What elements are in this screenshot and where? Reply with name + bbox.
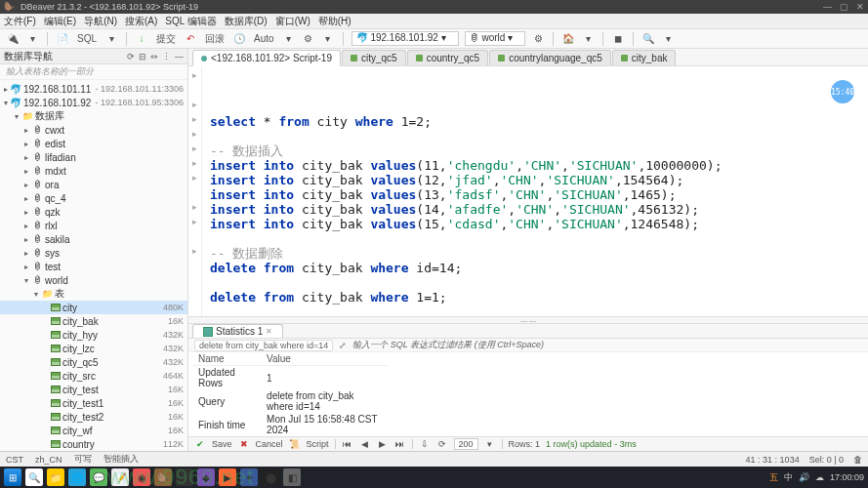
editor-tab[interactable]: countrylanguage_qc5 xyxy=(489,50,611,65)
task-explorer-icon[interactable]: 📁 xyxy=(47,468,64,486)
editor-tab[interactable]: <192.168.101.92> Script-19 xyxy=(192,50,341,66)
db-sakila[interactable]: ▸sakila xyxy=(0,232,187,246)
db-group[interactable]: ▾数据库 xyxy=(0,109,187,123)
aux-icon[interactable]: ⚙ xyxy=(302,32,315,46)
results-tab-statistics[interactable]: Statistics 1 ✕ xyxy=(192,324,283,338)
dropdown-icon[interactable]: ▾ xyxy=(25,32,39,46)
nav-link-icon[interactable]: ⇔ xyxy=(150,52,158,61)
window-minimize[interactable]: — xyxy=(823,2,832,12)
menu-database[interactable]: 数据库(D) xyxy=(225,15,268,28)
commit-icon[interactable]: ↓ xyxy=(135,32,148,46)
table-country[interactable]: country112K xyxy=(0,437,187,451)
menu-search[interactable]: 搜索(A) xyxy=(125,15,157,28)
table-city_test1[interactable]: city_test116K xyxy=(0,396,187,410)
commit-label[interactable]: 提交 xyxy=(156,32,176,46)
first-icon[interactable]: ⏮ xyxy=(342,438,353,450)
connection-combo[interactable]: 🐬 192.168.101.92 ▾ xyxy=(351,31,459,46)
table-city_src[interactable]: city_src464K xyxy=(0,369,187,383)
editor-tab[interactable]: country_qc5 xyxy=(407,50,488,65)
menu-window[interactable]: 窗口(W) xyxy=(275,15,310,28)
sql-dropdown-icon[interactable]: ▾ xyxy=(104,32,118,46)
nav-min-icon[interactable]: — xyxy=(175,52,184,61)
task-search-icon[interactable]: 🔍 xyxy=(25,468,43,486)
task-browser-icon[interactable]: 🌐 xyxy=(68,468,86,486)
tray-net[interactable]: 中 xyxy=(784,471,793,484)
home-icon[interactable]: 🏠 xyxy=(561,32,575,46)
db-edist[interactable]: ▸edist xyxy=(0,137,187,150)
aux-dropdown-icon[interactable]: ▾ xyxy=(321,32,335,46)
export-icon[interactable]: ⇩ xyxy=(419,438,431,450)
refresh-result-icon[interactable]: ⟳ xyxy=(436,438,448,450)
menu-file[interactable]: 文件(F) xyxy=(4,15,36,28)
sql-editor[interactable]: 15:40 select * from city where 1=2; -- 数… xyxy=(202,66,868,316)
auto-dropdown-icon[interactable]: ▾ xyxy=(282,32,296,46)
nav-menu-icon[interactable]: ⋮ xyxy=(162,52,171,61)
conn-2[interactable]: ▾🐬192.168.101.92- 192.168.101.95:3306 xyxy=(0,96,187,109)
tables-folder[interactable]: ▾表 xyxy=(0,287,187,301)
tray-volume-icon[interactable]: 🔊 xyxy=(799,472,809,482)
results-grid[interactable]: NameValueUpdated Rows1Querydelete from c… xyxy=(188,352,868,436)
editor-tab[interactable]: city_qc5 xyxy=(342,50,406,65)
table-city_test[interactable]: city_test16K xyxy=(0,383,187,396)
stop-icon[interactable]: ◼ xyxy=(611,32,625,46)
db-ora[interactable]: ▸ora xyxy=(0,178,187,191)
results-filter-hint[interactable]: 输入一个 SQL 表达式过滤结果 (使用 Ctrl+Space) xyxy=(352,339,544,351)
fetch-size[interactable]: 200 xyxy=(454,438,478,450)
rollback-label[interactable]: 回滚 xyxy=(205,32,225,46)
prev-icon[interactable]: ◀ xyxy=(359,438,371,450)
new-sql-icon[interactable]: 📄 xyxy=(56,32,69,46)
table-city_qc5[interactable]: city_qc5432K xyxy=(0,355,187,369)
table-city_wf[interactable]: city_wf16K xyxy=(0,424,187,437)
results-query-chip[interactable]: delete from city_bak where id=14 xyxy=(194,340,333,351)
table-city_test2[interactable]: city_test216K xyxy=(0,410,187,424)
search-icon[interactable]: 🔍 xyxy=(641,32,655,46)
nav-collapse-icon[interactable]: ⊟ xyxy=(139,52,146,61)
cancel-icon[interactable]: ✖ xyxy=(238,438,250,450)
menu-edit[interactable]: 编辑(E) xyxy=(44,15,76,28)
sql-label[interactable]: SQL xyxy=(77,33,97,44)
menu-sql-editor[interactable]: SQL 编辑器 xyxy=(165,15,216,28)
task-wechat-icon[interactable]: 💬 xyxy=(90,468,107,486)
window-close[interactable]: ✕ xyxy=(856,2,864,12)
editor-tab[interactable]: city_bak xyxy=(612,50,677,65)
tray-ime-badge[interactable]: 五 xyxy=(769,471,778,484)
db-sys[interactable]: ▸sys xyxy=(0,246,187,260)
db-qc_4[interactable]: ▸qc_4 xyxy=(0,191,187,205)
tray-sync-icon[interactable]: ☁ xyxy=(815,472,824,482)
db-mdxt[interactable]: ▸mdxt xyxy=(0,164,187,178)
tx-mode-icon[interactable]: 🕓 xyxy=(232,32,246,46)
next-icon[interactable]: ▶ xyxy=(377,438,389,450)
table-city_hyy[interactable]: city_hyy432K xyxy=(0,328,187,342)
expand-icon[interactable]: ⤢ xyxy=(339,341,347,350)
fwd-dropdown-icon[interactable]: ▾ xyxy=(581,32,595,46)
conn-1[interactable]: ▸🐬192.168.101.11- 192.168.101.11:3306 xyxy=(0,82,187,96)
db-cwxt[interactable]: ▸cwxt xyxy=(0,123,187,137)
db-rlxl[interactable]: ▸rlxl xyxy=(0,219,187,232)
menu-navigate[interactable]: 导航(N) xyxy=(84,15,117,28)
script-icon[interactable]: 📜 xyxy=(289,438,301,450)
new-connection-icon[interactable]: 🔌 xyxy=(6,32,20,46)
db-qzk[interactable]: ▸qzk xyxy=(0,205,187,219)
navigator-tree[interactable]: ▸🐬192.168.101.11- 192.168.101.11:3306▾🐬1… xyxy=(0,80,187,451)
window-maximize[interactable]: ▢ xyxy=(840,2,848,12)
fetch-dropdown-icon[interactable]: ▾ xyxy=(484,438,496,450)
navigator-filter[interactable]: 输入表格名称的一部分 xyxy=(0,64,187,80)
db-test[interactable]: ▸test xyxy=(0,260,187,273)
pane-splitter[interactable]: — — xyxy=(188,316,868,324)
task-app5-icon[interactable]: ⬤ xyxy=(262,468,279,486)
schema-combo[interactable]: 🛢 world ▾ xyxy=(465,31,525,46)
task-app6-icon[interactable]: ◧ xyxy=(283,468,301,486)
auto-label[interactable]: Auto xyxy=(254,33,274,44)
schema-settings-icon[interactable]: ⚙ xyxy=(531,32,545,46)
table-city[interactable]: city480K xyxy=(0,301,187,314)
start-button[interactable]: ⊞ xyxy=(4,468,21,486)
search-dropdown-icon[interactable]: ▾ xyxy=(661,32,675,46)
status-heap-icon[interactable]: 🗑 xyxy=(853,455,862,465)
tray-clock[interactable]: 17:00:09 xyxy=(830,473,864,482)
db-lifadian[interactable]: ▸lifadian xyxy=(0,150,187,164)
table-city_bak[interactable]: city_bak16K xyxy=(0,314,187,328)
rollback-icon[interactable]: ↶ xyxy=(184,32,197,46)
save-icon[interactable]: ✔ xyxy=(194,438,206,450)
table-city_lzc[interactable]: city_lzc432K xyxy=(0,342,187,355)
last-icon[interactable]: ⏭ xyxy=(394,438,406,450)
